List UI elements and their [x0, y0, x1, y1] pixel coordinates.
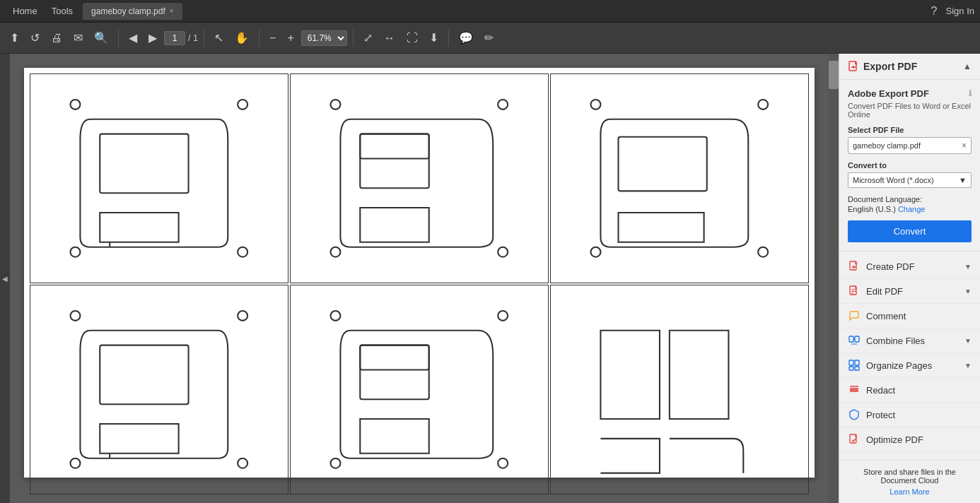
print-button[interactable]: 🖨 [47, 29, 66, 47]
zoom-out-button[interactable]: − [265, 29, 280, 47]
svg-point-19 [238, 458, 247, 468]
svg-point-23 [331, 458, 341, 468]
file-name-display: gameboy clamp.pdf [848, 138, 957, 153]
fit-width-button[interactable]: ↔ [380, 29, 399, 47]
store-text: Store and share files in the Document Cl… [848, 468, 972, 485]
scrollbar-thumb[interactable] [829, 61, 839, 89]
prev-page-button[interactable]: ◀ [124, 28, 141, 47]
full-screen-button[interactable]: ⛶ [402, 29, 422, 47]
svg-rect-15 [619, 137, 707, 191]
organize-pages-icon [848, 359, 861, 372]
edit-pdf-label: Edit PDF [866, 286, 903, 297]
svg-point-2 [71, 247, 81, 257]
page-separator: / [188, 33, 190, 43]
tool-optimize-pdf[interactable]: Optimize PDF [839, 427, 980, 452]
combine-files-label: Combine Files [866, 336, 925, 346]
pdf-cell-1 [30, 73, 288, 283]
vertical-scrollbar[interactable] [829, 54, 839, 503]
comment-tool-button[interactable]: 💬 [455, 28, 477, 47]
svg-point-1 [238, 100, 247, 110]
pdf-cell-4 [30, 285, 288, 495]
learn-more-link[interactable]: Learn More [889, 487, 929, 496]
active-tab[interactable]: gameboy clamp.pdf × [83, 3, 182, 20]
svg-rect-34 [855, 336, 859, 342]
file-clear-button[interactable]: × [957, 138, 971, 153]
zoom-in-button[interactable]: + [283, 29, 298, 47]
svg-point-3 [238, 247, 247, 257]
select-pdf-label: Select PDF File [848, 126, 972, 134]
next-page-button[interactable]: ▶ [144, 28, 161, 47]
fit-page-button[interactable]: ⤢ [359, 28, 377, 47]
search-button[interactable]: 🔍 [90, 28, 112, 47]
menu-tools[interactable]: Tools [45, 3, 80, 19]
page-number-input[interactable] [164, 31, 185, 45]
sign-in-button[interactable]: Sign In [946, 6, 974, 16]
redact-label: Redact [866, 385, 895, 396]
svg-point-5 [331, 100, 341, 110]
tool-redact[interactable]: Redact [839, 378, 980, 403]
tool-organize-pages[interactable]: Organize Pages ▼ [839, 353, 980, 378]
svg-point-12 [758, 100, 768, 110]
protect-label: Protect [866, 410, 895, 420]
upload-button[interactable]: ⬆ [6, 28, 23, 47]
svg-rect-4 [100, 134, 188, 194]
svg-point-8 [498, 247, 508, 257]
edit-pdf-expand: ▼ [964, 288, 972, 295]
help-icon[interactable]: ? [931, 5, 938, 18]
edit-pdf-icon [848, 285, 861, 297]
svg-rect-39 [855, 367, 859, 370]
menu-bar: Home Tools gameboy clamp.pdf × ? Sign In [0, 0, 980, 23]
left-scroll-arrow[interactable]: ◀ [0, 54, 10, 503]
create-pdf-icon [848, 260, 861, 273]
svg-rect-36 [849, 360, 853, 365]
email-button[interactable]: ✉ [69, 28, 87, 47]
pdf-cell-3 [550, 73, 809, 283]
tab-area: gameboy clamp.pdf × [83, 3, 182, 20]
pdf-page [24, 68, 815, 478]
svg-point-11 [591, 100, 601, 110]
hand-tool-button[interactable]: ✋ [231, 28, 253, 47]
convert-to-select[interactable]: Microsoft Word (*.docx) ▼ [848, 172, 972, 188]
tool-protect[interactable]: Protect [839, 403, 980, 427]
file-input-row: gameboy clamp.pdf × [848, 137, 972, 154]
convert-button[interactable]: Convert [848, 220, 972, 242]
page-input-area: / 1 [164, 31, 198, 45]
separator-4 [353, 30, 354, 47]
svg-rect-9 [360, 134, 428, 189]
separator-1 [118, 30, 119, 47]
panel-collapse-button[interactable]: ▲ [963, 61, 972, 71]
create-pdf-expand: ▼ [964, 263, 972, 271]
page-total: 1 [193, 33, 198, 43]
optimize-pdf-label: Optimize PDF [866, 434, 923, 445]
toolbar: ⬆ ↺ 🖨 ✉ 🔍 ◀ ▶ / 1 ↖ ✋ − + 61.7% 50% 75% … [0, 23, 980, 54]
tool-create-pdf[interactable]: Create PDF ▼ [839, 254, 980, 279]
separator-2 [204, 30, 204, 47]
tool-comment[interactable]: Comment ▼ [839, 304, 980, 329]
zoom-select[interactable]: 61.7% 50% 75% 100% [301, 30, 347, 46]
panel-header: Export PDF ▲ [839, 54, 980, 80]
right-panel: Export PDF ▲ Adobe Export PDF ℹ Convert … [839, 54, 980, 503]
export-info-icon: ℹ [969, 89, 972, 98]
tool-combine-files[interactable]: Combine Files ▼ [839, 329, 980, 353]
pen-tool-button[interactable]: ✏ [480, 28, 498, 47]
menu-home[interactable]: Home [6, 3, 45, 19]
svg-point-6 [498, 100, 508, 110]
tool-edit-pdf[interactable]: Edit PDF ▼ [839, 279, 980, 304]
svg-rect-33 [849, 336, 853, 342]
organize-pages-label: Organize Pages [866, 360, 932, 371]
change-language-link[interactable]: Change [898, 205, 926, 213]
pdf-area[interactable] [10, 54, 829, 503]
download-button[interactable]: ⬇ [425, 28, 443, 47]
tab-close-btn[interactable]: × [170, 7, 174, 15]
svg-rect-40 [850, 388, 858, 392]
combine-files-icon [848, 334, 861, 347]
comment-icon [848, 309, 861, 322]
combine-files-expand: ▼ [964, 337, 972, 345]
svg-point-13 [591, 247, 601, 257]
pdf-scroll-right [829, 54, 839, 503]
select-tool-button[interactable]: ↖ [210, 28, 228, 47]
pdf-cell-2 [290, 73, 549, 283]
main-layout: ◀ [0, 54, 980, 503]
svg-point-0 [71, 100, 81, 110]
refresh-button[interactable]: ↺ [26, 28, 44, 47]
